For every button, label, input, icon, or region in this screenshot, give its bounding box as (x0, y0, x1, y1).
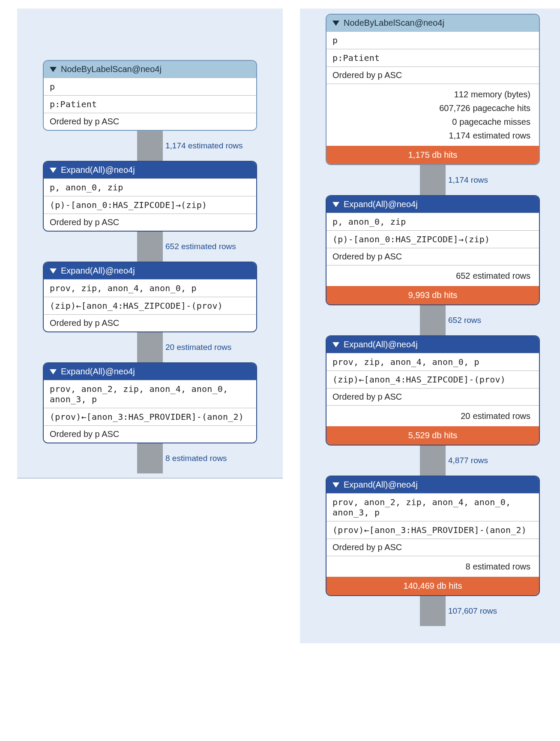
metric-value: 607,726 (427, 101, 470, 115)
connector-rows-label: 8 estimated rows (165, 454, 227, 463)
plan-node-metrics: 20estimated rows (326, 405, 539, 426)
plan-node: Expand(All)@neo4jprov, anon_2, zip, anon… (43, 362, 257, 443)
db-hits-bar: 9,993 db hits (326, 286, 539, 304)
plan-node-header[interactable]: Expand(All)@neo4j (44, 363, 256, 380)
plan-connector: 107,607 rows (420, 596, 446, 626)
plan-node: Expand(All)@neo4jp, anon_0, zip(p)-[anon… (43, 161, 257, 232)
metric-line: 1,174estimated rows (335, 129, 530, 142)
db-hits-bar: 1,175 db hits (326, 146, 539, 164)
plan-node-row: (zip)←[anon_4:HAS_ZIPCODE]-(prov) (326, 370, 539, 388)
plan-node: Expand(All)@neo4jprov, zip, anon_4, anon… (326, 335, 540, 446)
plan-node-title: Expand(All)@neo4j (344, 340, 418, 349)
metric-line: 20estimated rows (335, 409, 530, 423)
metric-value: 112 (425, 87, 468, 101)
metric-line: 0pagecache misses (335, 115, 530, 129)
plan-connector: 1,174 estimated rows (137, 131, 163, 161)
collapse-icon (50, 168, 57, 173)
metric-label: estimated rows (473, 131, 531, 140)
connector-rows-label: 1,174 estimated rows (165, 141, 243, 151)
connector-rows-label: 107,607 rows (448, 606, 497, 616)
metric-label: estimated rows (473, 411, 531, 421)
plan-node-header[interactable]: Expand(All)@neo4j (44, 262, 256, 279)
plan-node-row: Ordered by p ASC (44, 425, 256, 443)
plan-node-row: (zip)←[anon_4:HAS_ZIPCODE]-(prov) (44, 297, 256, 314)
plan-node: Expand(All)@neo4jprov, zip, anon_4, anon… (43, 262, 257, 332)
plan-node-title: Expand(All)@neo4j (344, 480, 418, 490)
plan-node-title: Expand(All)@neo4j (61, 367, 135, 377)
plan-node-header[interactable]: Expand(All)@neo4j (326, 476, 539, 493)
plan-node-metrics: 8estimated rows (326, 556, 539, 577)
db-hits-bar: 140,469 db hits (326, 577, 539, 595)
metric-label: pagecache hits (473, 103, 530, 113)
collapse-icon (50, 67, 57, 72)
connector-rows-label: 20 estimated rows (165, 343, 231, 352)
plan-connector: 8 estimated rows (137, 443, 163, 473)
metric-value: 0 (414, 115, 457, 129)
metric-line: 112memory (bytes) (335, 87, 530, 101)
metric-label: estimated rows (473, 562, 531, 571)
plan-node-row: Ordered by p ASC (326, 66, 539, 84)
plan-node: Expand(All)@neo4jp, anon_0, zip(p)-[anon… (326, 195, 540, 305)
plan-node-header[interactable]: Expand(All)@neo4j (44, 162, 256, 178)
plan-node-row: Ordered by p ASC (326, 248, 539, 265)
plan-node-row: (p)-[anon_0:HAS_ZIPCODE]→(zip) (44, 196, 256, 214)
plan-node-row: p:Patient (44, 95, 256, 113)
plan-node-row: (prov)←[anon_3:HAS_PROVIDER]-(anon_2) (44, 408, 256, 425)
plan-node-row: p, anon_0, zip (44, 178, 256, 196)
metric-value: 652 (428, 269, 470, 283)
plan-node-row: Ordered by p ASC (326, 539, 539, 556)
plan-node-row: prov, anon_2, zip, anon_4, anon_0, anon_… (44, 380, 256, 408)
metric-line: 607,726pagecache hits (335, 101, 530, 115)
plan-node-row: Ordered by p ASC (326, 388, 539, 405)
query-plan-comparison: NodeByLabelScan@neo4jpp:PatientOrdered b… (0, 0, 560, 669)
metric-value: 1,174 (428, 129, 470, 142)
metric-label: memory (bytes) (471, 90, 530, 99)
plan-node-row: Ordered by p ASC (44, 314, 256, 331)
collapse-icon (50, 268, 57, 274)
plan-node-row: p (326, 31, 539, 49)
plan-connector: 652 rows (420, 305, 446, 335)
plan-node-row: (p)-[anon_0:HAS_ZIPCODE]→(zip) (326, 230, 539, 248)
collapse-icon (332, 21, 339, 26)
plan-node: Expand(All)@neo4jprov, anon_2, zip, anon… (326, 476, 540, 596)
plan-node-row: p (44, 78, 256, 95)
plan-node-row: prov, zip, anon_4, anon_0, p (44, 279, 256, 297)
plan-node: NodeByLabelScan@neo4jpp:PatientOrdered b… (326, 14, 540, 165)
collapse-icon (50, 369, 57, 374)
connector-rows-label: 652 estimated rows (165, 242, 236, 251)
connector-rows-label: 4,877 rows (448, 456, 488, 465)
plan-connector: 4,877 rows (420, 446, 446, 476)
plan-node-row: Ordered by p ASC (44, 214, 256, 231)
plan-node-header[interactable]: NodeByLabelScan@neo4j (326, 15, 539, 31)
metric-label: pagecache misses (459, 117, 530, 127)
collapse-icon (332, 202, 339, 207)
plan-node-row: p:Patient (326, 49, 539, 66)
plan-node: NodeByLabelScan@neo4jpp:PatientOrdered b… (43, 60, 257, 131)
db-hits-bar: 5,529 db hits (326, 426, 539, 445)
plan-node-header[interactable]: Expand(All)@neo4j (326, 336, 539, 353)
plan-node-header[interactable]: NodeByLabelScan@neo4j (44, 61, 256, 78)
plan-column-right: NodeByLabelScan@neo4jpp:PatientOrdered b… (300, 9, 560, 643)
plan-node-row: p, anon_0, zip (326, 213, 539, 230)
collapse-icon (332, 342, 339, 347)
plan-connector: 1,174 rows (420, 165, 446, 195)
plan-node-title: Expand(All)@neo4j (61, 266, 135, 276)
connector-rows-label: 1,174 rows (448, 175, 488, 185)
metric-value: 20 (428, 409, 470, 423)
collapse-icon (332, 482, 339, 488)
plan-node-title: Expand(All)@neo4j (61, 165, 135, 175)
plan-column-left: NodeByLabelScan@neo4jpp:PatientOrdered b… (17, 9, 283, 479)
plan-node-title: Expand(All)@neo4j (344, 199, 418, 209)
plan-node-header[interactable]: Expand(All)@neo4j (326, 196, 539, 213)
plan-node-row: Ordered by p ASC (44, 113, 256, 130)
metric-label: estimated rows (473, 271, 531, 280)
plan-connector: 652 estimated rows (137, 232, 163, 262)
plan-node-row: prov, anon_2, zip, anon_4, anon_0, anon_… (326, 493, 539, 521)
plan-node-metrics: 112memory (bytes)607,726pagecache hits0p… (326, 84, 539, 146)
plan-connector: 20 estimated rows (137, 332, 163, 362)
plan-node-title: NodeByLabelScan@neo4j (61, 64, 162, 74)
plan-node-metrics: 652estimated rows (326, 265, 539, 286)
plan-node-row: (prov)←[anon_3:HAS_PROVIDER]-(anon_2) (326, 521, 539, 539)
metric-line: 652estimated rows (335, 269, 530, 283)
plan-node-row: prov, zip, anon_4, anon_0, p (326, 353, 539, 370)
